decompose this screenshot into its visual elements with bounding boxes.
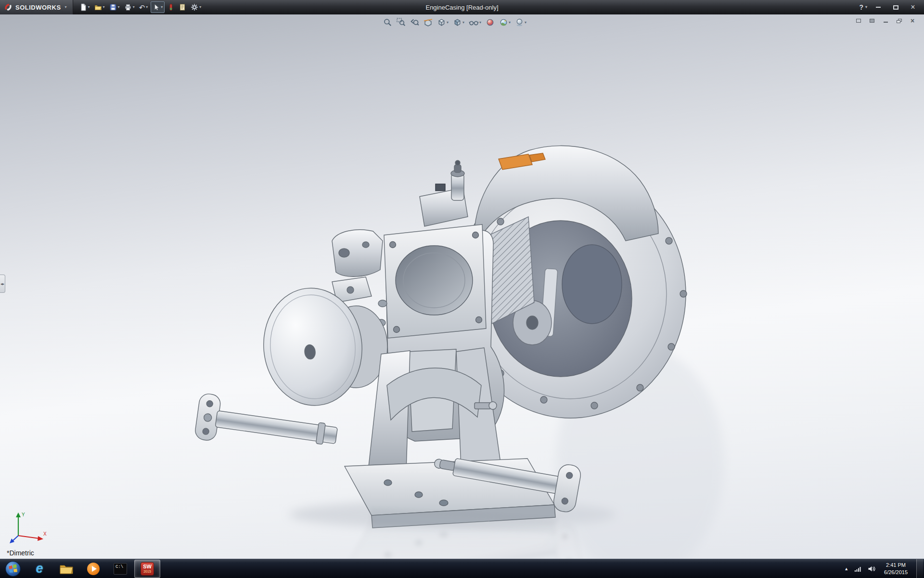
section-view-icon	[424, 18, 433, 27]
save-icon	[109, 3, 117, 11]
zoom-to-fit-icon	[383, 18, 392, 27]
zoom-to-area-icon	[397, 18, 406, 27]
solidworks-icon-text: SW	[143, 564, 152, 569]
start-button[interactable]	[0, 559, 26, 578]
undo-icon: ↶	[139, 4, 145, 11]
maximize-icon	[893, 5, 898, 10]
clock-time: 2:41 PM	[884, 562, 908, 569]
taskbar-item-solidworks[interactable]: SW 2015	[134, 560, 160, 578]
dropdown-caret-icon[interactable]: ▾	[525, 20, 526, 25]
apply-scene-button[interactable]: ▾	[499, 17, 511, 27]
taskbar-item-internet-explorer[interactable]: e	[26, 560, 52, 578]
options-gear-icon	[191, 3, 198, 11]
select-tool-button[interactable]: ▾	[151, 1, 165, 13]
quick-access-toolbar: ▾ ▾ ▾	[73, 1, 203, 13]
dropdown-caret-icon[interactable]: ▾	[88, 5, 90, 9]
graphics-viewport[interactable]: ▾ ▾ ▾	[0, 14, 924, 559]
previous-view-icon	[410, 18, 419, 27]
edit-appearance-button[interactable]	[485, 17, 495, 27]
dropdown-caret-icon[interactable]: ▾	[462, 20, 464, 25]
doc-minimize-button[interactable]	[882, 17, 889, 24]
document-window-controls: ×	[855, 17, 916, 24]
windows-start-icon	[5, 561, 21, 577]
help-button[interactable]: ? ▾	[859, 3, 867, 11]
new-document-button[interactable]: ▾	[78, 1, 91, 13]
print-button[interactable]: ▾	[123, 1, 136, 13]
file-properties-button[interactable]	[177, 1, 188, 13]
dropdown-caret-icon[interactable]: ▾	[118, 5, 120, 9]
doc-minimize-icon	[884, 22, 888, 23]
select-cursor-icon	[153, 4, 160, 11]
minimize-button[interactable]	[872, 3, 885, 12]
open-icon	[94, 3, 102, 11]
network-tray-button[interactable]	[854, 565, 862, 572]
edit-appearance-icon	[486, 18, 495, 27]
view-orientation-icon	[437, 18, 446, 27]
print-icon	[124, 3, 132, 11]
open-button[interactable]: ▾	[93, 1, 106, 13]
file-properties-icon	[179, 3, 186, 11]
clock-date: 6/26/2015	[884, 569, 908, 576]
windows-taskbar: e C:\ SW 2015 ▲	[0, 559, 924, 578]
doc-pane-button[interactable]	[855, 17, 862, 24]
headsup-view-toolbar: ▾ ▾ ▾	[383, 17, 527, 27]
zoom-to-area-button[interactable]	[396, 17, 406, 27]
dropdown-caret-icon: ▾	[865, 5, 867, 9]
taskbar-clock[interactable]: 2:41 PM 6/26/2015	[881, 562, 911, 576]
media-player-icon	[87, 563, 100, 575]
dropdown-caret-icon[interactable]: ▾	[161, 5, 163, 9]
solidworks-taskbar-icon: SW 2015	[141, 562, 154, 576]
maximize-button[interactable]	[889, 3, 902, 12]
command-prompt-icon: C:\	[114, 563, 127, 575]
doc-close-icon: ×	[911, 17, 914, 24]
triad-y-label: Y	[22, 512, 25, 517]
options-button[interactable]: ▾	[189, 1, 203, 13]
solidworks-icon-year: 2015	[143, 570, 151, 573]
show-desktop-button[interactable]	[916, 559, 923, 578]
dropdown-caret-icon[interactable]: ▾	[146, 5, 148, 9]
rebuild-icon	[167, 3, 174, 11]
engine-casing-model[interactable]	[0, 14, 924, 559]
dropdown-caret-icon[interactable]: ▾	[103, 5, 105, 9]
doc-fullscreen-button[interactable]	[868, 17, 876, 24]
feature-panel-collapsed-tab[interactable]: ◂▸	[0, 275, 5, 293]
dropdown-caret-icon[interactable]: ▾	[447, 20, 449, 25]
display-style-button[interactable]: ▾	[452, 17, 465, 27]
solidworks-logo[interactable]: SOLIDWORKS ▾	[0, 0, 73, 14]
titlebar-controls: ? ▾ ×	[859, 3, 924, 12]
solidworks-window: SOLIDWORKS ▾ ▾ ▾	[0, 0, 924, 578]
previous-view-button[interactable]	[410, 17, 420, 27]
dropdown-caret-icon[interactable]: ▾	[509, 20, 511, 25]
taskbar-item-windows-explorer[interactable]	[53, 560, 79, 578]
volume-tray-button[interactable]	[868, 565, 875, 572]
minimize-icon	[876, 7, 881, 8]
taskbar-item-command-prompt[interactable]: C:\	[107, 560, 133, 578]
rebuild-button[interactable]	[166, 1, 176, 13]
volume-icon	[868, 565, 875, 572]
dropdown-caret-icon[interactable]: ▾	[133, 5, 135, 9]
view-settings-icon	[515, 18, 524, 27]
doc-restore-button[interactable]	[895, 17, 903, 24]
view-orientation-button[interactable]: ▾	[436, 17, 449, 27]
dropdown-caret-icon[interactable]: ▾	[479, 20, 481, 25]
solidworks-logo-icon	[4, 3, 13, 12]
brand-text: SOLIDWORKS	[15, 4, 61, 11]
undo-button[interactable]: ↶ ▾	[138, 1, 150, 13]
hidden-icons-button[interactable]: ▲	[844, 566, 848, 571]
doc-pane-icon	[856, 19, 861, 23]
display-style-icon	[453, 18, 462, 27]
brand-caret-icon: ▾	[65, 5, 67, 9]
hide-show-items-icon	[469, 18, 479, 27]
close-button[interactable]: ×	[907, 3, 919, 12]
taskbar-item-media-player[interactable]	[80, 560, 106, 578]
section-view-button[interactable]	[423, 17, 433, 27]
apply-scene-icon	[499, 18, 508, 27]
close-icon: ×	[911, 3, 915, 11]
doc-close-button[interactable]: ×	[909, 17, 916, 24]
network-icon	[854, 565, 862, 572]
save-button[interactable]: ▾	[108, 1, 121, 13]
view-settings-button[interactable]: ▾	[514, 17, 527, 27]
dropdown-caret-icon[interactable]: ▾	[199, 5, 201, 9]
hide-show-items-button[interactable]: ▾	[468, 17, 482, 27]
zoom-to-fit-button[interactable]	[383, 17, 393, 27]
